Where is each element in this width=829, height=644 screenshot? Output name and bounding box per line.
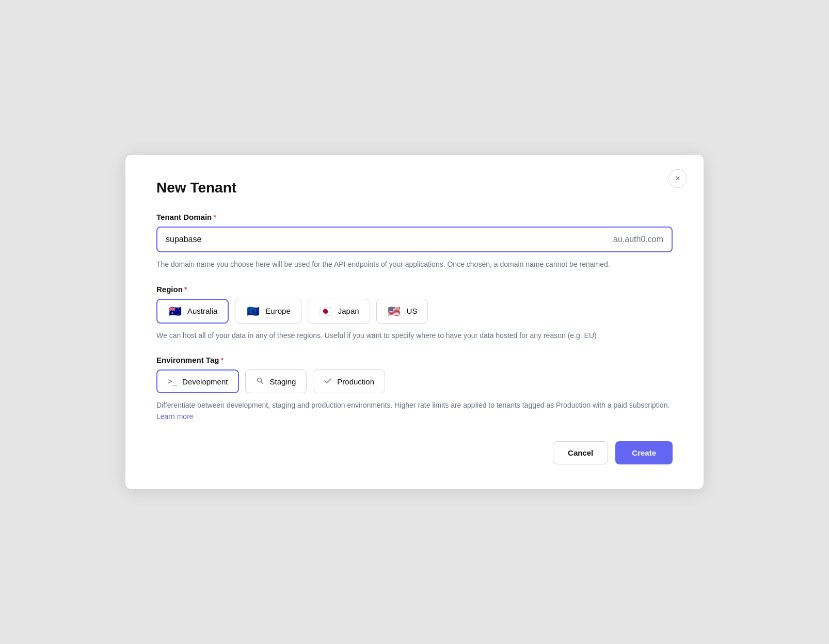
region-option-australia[interactable]: 🇦🇺 Australia (156, 299, 229, 324)
europe-flag-icon: 🇪🇺 (246, 306, 260, 316)
cancel-button[interactable]: Cancel (553, 441, 608, 464)
env-option-development[interactable]: >_ Development (156, 369, 239, 393)
environment-options: >_ Development Staging Produc (156, 369, 673, 393)
region-section: Region* 🇦🇺 Australia 🇪🇺 Europe 🇯🇵 Japan … (156, 285, 673, 341)
region-option-europe[interactable]: 🇪🇺 Europe (235, 299, 301, 324)
domain-input-wrapper: .au.auth0.com (156, 227, 673, 252)
region-options: 🇦🇺 Australia 🇪🇺 Europe 🇯🇵 Japan 🇺🇸 US (156, 299, 673, 324)
us-label: US (407, 307, 418, 315)
domain-suffix: .au.auth0.com (603, 228, 672, 251)
env-option-production[interactable]: Production (313, 369, 385, 393)
development-icon: >_ (168, 377, 177, 386)
create-button[interactable]: Create (615, 441, 673, 464)
dialog-title: New Tenant (156, 180, 673, 196)
region-option-us[interactable]: 🇺🇸 US (376, 299, 428, 324)
close-button[interactable]: × (668, 169, 687, 188)
production-icon (324, 377, 332, 387)
region-help: We can host all of your data in any of t… (156, 330, 673, 341)
required-star: * (213, 213, 216, 221)
env-required-star: * (220, 356, 224, 364)
svg-line-1 (261, 381, 263, 383)
japan-flag-icon: 🇯🇵 (318, 306, 333, 316)
new-tenant-dialog: × New Tenant Tenant Domain* .au.auth0.co… (125, 155, 704, 489)
learn-more-link[interactable]: Learn more (156, 412, 194, 421)
env-help: Differentiate between development, stagi… (156, 399, 673, 423)
close-icon: × (675, 174, 680, 183)
tenant-domain-input[interactable] (157, 228, 603, 251)
production-label: Production (337, 377, 374, 386)
tenant-domain-help: The domain name you choose here will be … (156, 259, 673, 270)
env-option-staging[interactable]: Staging (245, 369, 307, 393)
tenant-domain-label: Tenant Domain* (156, 213, 673, 221)
australia-flag-icon: 🇦🇺 (168, 306, 182, 316)
japan-label: Japan (338, 307, 359, 315)
environment-tag-label: Environment Tag* (156, 356, 673, 364)
australia-label: Australia (187, 307, 217, 315)
region-label: Region* (156, 285, 673, 294)
staging-label: Staging (269, 377, 296, 386)
us-flag-icon: 🇺🇸 (387, 306, 402, 316)
region-option-japan[interactable]: 🇯🇵 Japan (308, 299, 370, 324)
environment-tag-section: Environment Tag* >_ Development Staging (156, 356, 673, 423)
europe-label: Europe (265, 307, 290, 315)
region-required-star: * (184, 285, 187, 294)
staging-icon (256, 377, 264, 387)
tenant-domain-section: Tenant Domain* .au.auth0.com The domain … (156, 213, 673, 270)
development-label: Development (182, 377, 228, 386)
dialog-footer: Cancel Create (156, 441, 673, 464)
